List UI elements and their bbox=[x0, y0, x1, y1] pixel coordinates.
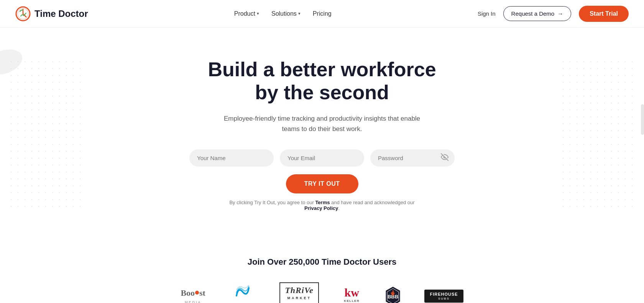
nav-solutions[interactable]: Solutions ▾ bbox=[271, 10, 301, 17]
logo-link[interactable]: Time Doctor bbox=[15, 6, 88, 21]
firehouse-subs-logo: FIREHOUSE SUBS bbox=[424, 290, 463, 303]
scrollbar-decoration bbox=[641, 104, 644, 135]
logo-icon bbox=[15, 6, 31, 21]
signup-form bbox=[8, 149, 636, 167]
arrow-right-icon: → bbox=[557, 10, 563, 17]
hero-title: Build a better workforce by the second bbox=[188, 58, 456, 104]
navbar: Time Doctor Product ▾ Solutions ▾ Pricin… bbox=[0, 0, 644, 28]
keller-williams-logo: kw KELLER WILLIAMS bbox=[342, 286, 362, 303]
product-chevron-icon: ▾ bbox=[257, 11, 259, 16]
solutions-chevron-icon: ▾ bbox=[298, 11, 301, 16]
try-it-out-button[interactable]: TRY IT OUT bbox=[286, 174, 358, 193]
nav-links: Product ▾ Solutions ▾ Pricing bbox=[234, 10, 332, 17]
password-wrapper bbox=[370, 149, 455, 167]
email-input[interactable] bbox=[280, 149, 364, 167]
hero-section: Build a better workforce by the second E… bbox=[0, 28, 644, 234]
social-proof-section: Join Over 250,000 Time Doctor Users B o … bbox=[0, 234, 644, 303]
thrive-market-logo: ThRiVe MARKET - - bbox=[279, 282, 319, 303]
terms-text: By clicking Try It Out, you agree to our… bbox=[226, 200, 418, 211]
logo-text: Time Doctor bbox=[34, 8, 88, 19]
terms-link[interactable]: Terms bbox=[315, 200, 330, 205]
hero-subtitle: Employee-friendly time tracking and prod… bbox=[222, 113, 422, 134]
cta-wrapper: TRY IT OUT bbox=[8, 174, 636, 200]
nav-product[interactable]: Product ▾ bbox=[234, 10, 259, 17]
boost-sub-label: MEDIA bbox=[185, 300, 202, 303]
name-input[interactable] bbox=[189, 149, 274, 167]
boost-media-logo: B o o st MEDIA bbox=[181, 288, 205, 303]
ericsson-logo: ERICSSON bbox=[228, 285, 256, 303]
request-demo-button[interactable]: Request a Demo → bbox=[503, 6, 572, 21]
bbb-logo: BBB bbox=[384, 286, 401, 303]
bbb-seal-icon: BBB bbox=[384, 286, 401, 303]
nav-pricing[interactable]: Pricing bbox=[313, 10, 332, 17]
dots-right-decoration bbox=[560, 58, 636, 211]
social-proof-title: Join Over 250,000 Time Doctor Users bbox=[15, 257, 629, 267]
nav-actions: Sign In Request a Demo → Start Trial bbox=[478, 6, 629, 22]
sign-in-link[interactable]: Sign In bbox=[478, 10, 496, 17]
privacy-link[interactable]: Privacy Policy bbox=[304, 205, 338, 211]
start-trial-button[interactable]: Start Trial bbox=[579, 6, 629, 22]
dots-left-decoration bbox=[8, 58, 84, 211]
ericsson-icon bbox=[235, 285, 250, 299]
eye-icon[interactable] bbox=[441, 153, 449, 163]
logos-row: B o o st MEDIA ERICSSON ThRiVe MARKET bbox=[15, 282, 629, 303]
